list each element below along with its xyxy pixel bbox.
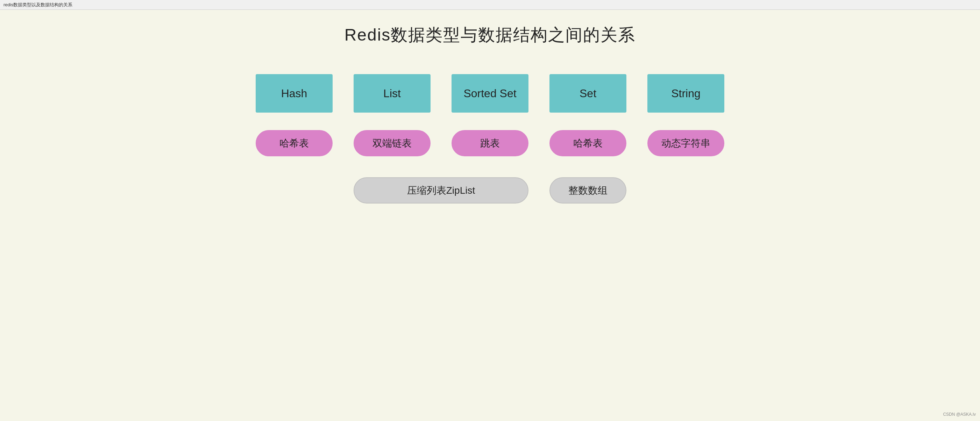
struct-hashtable-hash: 哈希表 [256, 130, 332, 156]
data-type-string: String [648, 74, 724, 113]
struct-hashtable-set: 哈希表 [549, 130, 627, 156]
watermark: CSDN @ASKA.lv [943, 412, 976, 417]
title-bar-text: redis数据类型以及数据结构的关系 [3, 2, 72, 8]
page-title: Redis数据类型与数据结构之间的关系 [21, 24, 959, 46]
struct-ziplist: 压缩列表ZipList [353, 177, 528, 203]
bottom-row: 压缩列表ZipList 整数数组 [228, 177, 752, 203]
struct-skiplist: 跳表 [452, 130, 528, 156]
data-type-row: Hash List Sorted Set Set String [228, 74, 752, 113]
title-bar: redis数据类型以及数据结构的关系 [0, 0, 980, 10]
struct-doubly-list: 双端链表 [353, 130, 431, 156]
main-content: Redis数据类型与数据结构之间的关系 Hash List Sorted Set… [0, 10, 980, 421]
struct-intset: 整数数组 [549, 177, 627, 203]
data-type-set: Set [549, 74, 627, 113]
struct-dynamic-string: 动态字符串 [648, 130, 724, 156]
data-type-hash: Hash [256, 74, 332, 113]
primary-struct-row: 哈希表 双端链表 跳表 哈希表 动态字符串 [228, 130, 752, 156]
data-type-sorted-set: Sorted Set [452, 74, 528, 113]
data-type-list: List [353, 74, 431, 113]
